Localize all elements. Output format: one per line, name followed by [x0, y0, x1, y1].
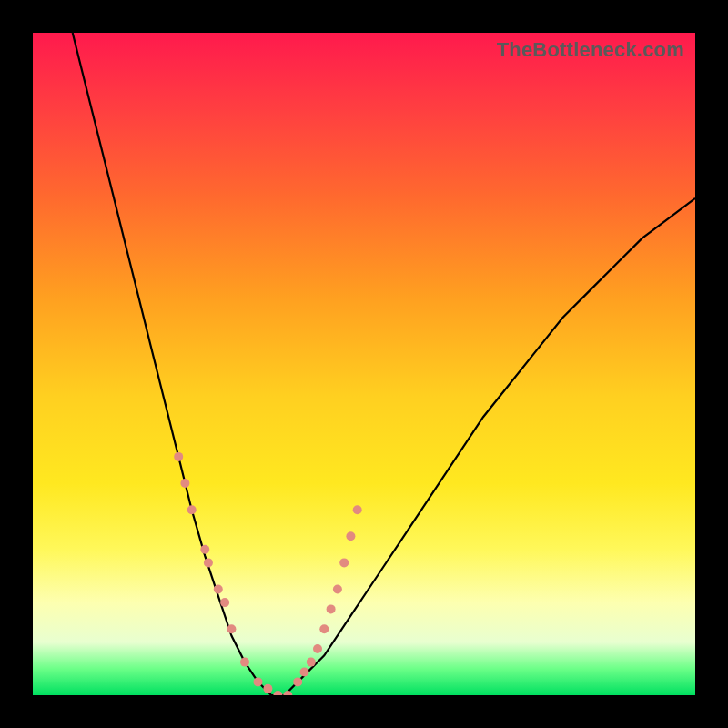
- highlight-marker: [339, 558, 349, 567]
- highlight-marker: [263, 684, 272, 693]
- highlight-marker: [333, 585, 342, 594]
- highlight-marker: [307, 658, 316, 667]
- plot-area: TheBottleneck.com: [33, 33, 695, 695]
- highlight-marker: [240, 658, 249, 667]
- highlight-marker: [204, 558, 213, 567]
- bottleneck-curve: [33, 33, 695, 695]
- curve-path: [73, 33, 695, 695]
- highlight-marker: [293, 677, 302, 686]
- highlight-marker: [353, 505, 362, 514]
- highlight-marker: [327, 604, 336, 613]
- highlight-marker: [346, 531, 355, 541]
- marker-group: [174, 452, 362, 695]
- highlight-marker: [254, 677, 263, 686]
- highlight-marker: [200, 545, 209, 554]
- highlight-marker: [319, 624, 329, 633]
- highlight-marker: [180, 479, 189, 488]
- chart-frame: TheBottleneck.com: [0, 0, 728, 728]
- highlight-marker: [187, 505, 197, 514]
- highlight-marker: [214, 585, 223, 594]
- highlight-marker: [300, 668, 309, 677]
- highlight-marker: [220, 598, 229, 607]
- highlight-marker: [174, 452, 183, 461]
- highlight-marker: [283, 691, 292, 695]
- highlight-marker: [273, 691, 282, 695]
- highlight-marker: [313, 644, 322, 653]
- highlight-marker: [227, 624, 236, 633]
